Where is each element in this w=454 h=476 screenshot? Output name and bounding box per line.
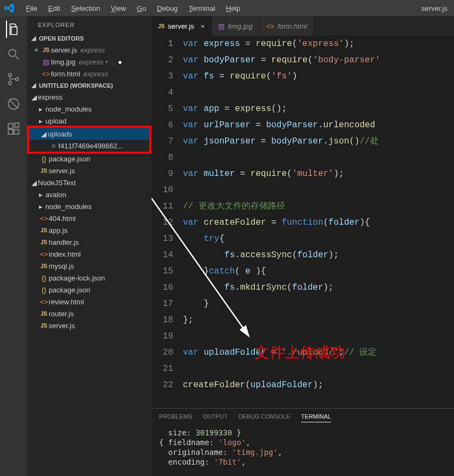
chevron-down-icon: ◢: [31, 179, 38, 187]
terminal-line: encoding: '7bit',: [159, 457, 446, 467]
svg-line-6: [9, 99, 18, 108]
file-type-icon: JS: [39, 323, 49, 329]
code-lines[interactable]: var express = require('express');var bod…: [183, 36, 454, 408]
svg-rect-8: [8, 129, 13, 134]
tree-file[interactable]: JSrouter.js: [27, 308, 152, 319]
line-number: 3: [152, 68, 173, 84]
line-number: 4: [152, 84, 173, 101]
tree-folder[interactable]: ◢NodeJSText: [27, 177, 152, 188]
vscode-logo-icon: [4, 3, 15, 14]
code-line[interactable]: try{: [183, 231, 454, 247]
tree-folder[interactable]: ▸node_modules: [27, 103, 152, 115]
code-line[interactable]: [183, 84, 454, 101]
code-line[interactable]: var fs = require('fs'): [183, 68, 454, 84]
code-line[interactable]: [183, 328, 454, 344]
file-type-icon: JS: [39, 311, 49, 317]
tree-file[interactable]: ≡f411f7469e498662...: [29, 140, 149, 152]
code-line[interactable]: var uploadFolder = './upload/';// 设定: [183, 344, 454, 361]
open-editor-item[interactable]: ▧timg.jpgexpress • ...●: [27, 56, 152, 68]
explorer-icon[interactable]: [6, 22, 21, 37]
tree-folder[interactable]: ▸node_modules: [27, 200, 152, 212]
line-number: 6: [152, 117, 173, 133]
code-line[interactable]: var bodyParser = require('body-parser': [183, 52, 454, 68]
open-editor-item[interactable]: ×JSserver.jsexpress: [27, 44, 152, 56]
panel-tabs: PROBLEMSOUTPUTDEBUG CONSOLETERMINAL: [152, 409, 454, 426]
code-line[interactable]: var urlParser = bodyParser.urlencoded: [183, 117, 454, 133]
tree-file[interactable]: {}package.json: [27, 284, 152, 296]
close-icon[interactable]: ×: [31, 46, 41, 54]
menu-file[interactable]: File: [22, 2, 42, 15]
tree-folder[interactable]: ◢express: [27, 91, 152, 103]
chevron-down-icon: ◢: [41, 130, 48, 138]
open-editors-list: ×JSserver.jsexpress▧timg.jpgexpress • ..…: [27, 44, 152, 80]
scm-icon[interactable]: [6, 71, 21, 87]
code-editor[interactable]: 12345678910111213141516171819202122 var …: [152, 36, 454, 408]
code-line[interactable]: var createFolder = function(folder){: [183, 214, 454, 231]
tree-file[interactable]: JShandler.js: [27, 236, 152, 248]
chevron-right-icon: ▸: [39, 105, 45, 113]
code-line[interactable]: var express = require('express');: [183, 36, 454, 52]
tree-folder[interactable]: ▸avalon: [27, 188, 152, 200]
tree-file[interactable]: <>index.html: [27, 248, 152, 260]
menu-help[interactable]: Help: [222, 2, 245, 15]
menu-terminal[interactable]: Terminal: [184, 2, 219, 15]
file-type-icon: ≡: [49, 142, 58, 150]
menu-bar: FileEditSelectionViewGoDebugTerminalHelp: [22, 2, 245, 15]
panel-tab-problems[interactable]: PROBLEMS: [159, 413, 192, 422]
code-line[interactable]: [183, 149, 454, 166]
panel-tab-debug-console[interactable]: DEBUG CONSOLE: [238, 413, 290, 422]
menu-edit[interactable]: Edit: [44, 2, 64, 15]
terminal-output[interactable]: size: 30199330 }{ fieldname: 'logo', ori…: [152, 426, 454, 476]
tree-file[interactable]: <>404.html: [27, 212, 152, 224]
panel-tab-terminal[interactable]: TERMINAL: [301, 413, 331, 422]
code-line[interactable]: var multer = require('multer');: [183, 166, 454, 182]
line-number: 7: [152, 133, 173, 149]
code-line[interactable]: [183, 182, 454, 198]
code-line[interactable]: // 更改大文件的存储路径: [183, 198, 454, 214]
menu-debug[interactable]: Debug: [153, 2, 182, 15]
file-type-icon: <>: [41, 70, 51, 78]
workspace-header[interactable]: ◢ UNTITLED (WORKSPACE): [27, 80, 152, 91]
code-line[interactable]: createFolder(uploadFolder);: [183, 377, 454, 393]
file-type-icon: {}: [39, 286, 49, 294]
code-line[interactable]: }catch( e ){: [183, 263, 454, 279]
tree-file[interactable]: {}package.json: [27, 153, 152, 165]
tree-file[interactable]: JSapp.js: [27, 224, 152, 236]
line-number: 9: [152, 166, 173, 182]
tree-file[interactable]: <>review.html: [27, 296, 152, 308]
annotation-highlight-box: ◢uploads≡f411f7469e498662...: [27, 126, 152, 154]
search-icon[interactable]: [6, 47, 21, 62]
modified-indicator-icon: ●: [118, 58, 122, 66]
code-line[interactable]: };: [183, 312, 454, 328]
close-icon[interactable]: ×: [201, 22, 205, 30]
editor-tab[interactable]: <>form.html: [260, 16, 314, 36]
file-type-icon: JS: [39, 227, 49, 233]
tree-folder[interactable]: ▸upload: [27, 115, 152, 127]
sidebar: EXPLORER ◢ OPEN EDITORS ×JSserver.jsexpr…: [27, 16, 152, 476]
editor-tabs: JSserver.js×▧timg.jpg<>form.html: [152, 16, 454, 36]
code-line[interactable]: fs.accessSync(folder);: [183, 247, 454, 263]
extensions-icon[interactable]: [6, 121, 21, 136]
code-line[interactable]: }: [183, 296, 454, 312]
chevron-right-icon: ▸: [39, 203, 45, 211]
line-number: 13: [152, 231, 173, 247]
code-line[interactable]: var jsonParser = bodyParser.json()//处: [183, 133, 454, 149]
panel-tab-output[interactable]: OUTPUT: [203, 413, 227, 422]
tree-folder[interactable]: ◢uploads: [29, 128, 149, 140]
code-line[interactable]: [183, 361, 454, 377]
code-line[interactable]: var app = express();: [183, 101, 454, 117]
editor-tab[interactable]: ▧timg.jpg: [212, 16, 260, 36]
file-type-icon: {}: [39, 155, 49, 163]
open-editor-item[interactable]: <>form.htmlexpress: [27, 68, 152, 80]
debug-icon[interactable]: [6, 96, 21, 112]
menu-selection[interactable]: Selection: [67, 2, 104, 15]
tree-file[interactable]: JSserver.js: [27, 165, 152, 177]
menu-go[interactable]: Go: [133, 2, 150, 15]
editor-tab[interactable]: JSserver.js×: [152, 16, 212, 36]
menu-view[interactable]: View: [107, 2, 130, 15]
open-editors-header[interactable]: ◢ OPEN EDITORS: [27, 32, 152, 44]
tree-file[interactable]: {}package-lock.json: [27, 272, 152, 284]
tree-file[interactable]: JSmysql.js: [27, 260, 152, 272]
tree-file[interactable]: JSserver.js: [27, 319, 152, 331]
code-line[interactable]: fs.mkdirSync(folder);: [183, 279, 454, 296]
